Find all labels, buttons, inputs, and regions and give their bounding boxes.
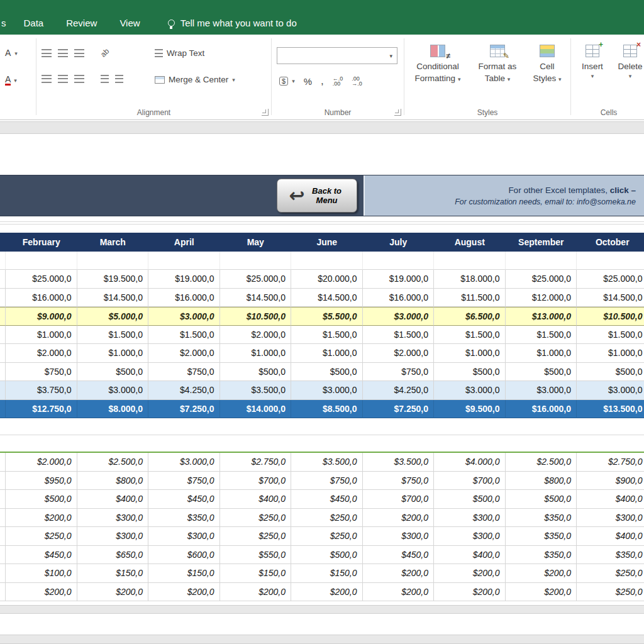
value-cell[interactable]: $5.000,0 [77,307,149,326]
comma-style-button[interactable]: , [321,75,324,87]
grow-font-icon[interactable]: A▾ [5,48,18,58]
value-cell[interactable]: $25.000,0 [506,270,577,289]
value-cell[interactable]: $250,0 [291,527,363,546]
value-cell[interactable]: $3.000,0 [434,381,506,400]
font-color-icon[interactable]: A [5,75,11,86]
value-cell[interactable]: $2.500,0 [77,453,149,472]
clipped-cell[interactable] [0,344,6,363]
value-cell[interactable]: $350,0 [577,546,644,565]
value-cell[interactable]: $16.000,0 [6,289,77,308]
increase-indent-icon[interactable] [115,75,123,83]
value-cell[interactable]: $7.250,0 [148,400,220,419]
value-cell[interactable]: $200,0 [506,583,577,602]
clipped-cell[interactable] [0,564,6,583]
clipped-cell[interactable] [0,252,6,270]
align-right-icon[interactable] [74,75,84,83]
value-cell[interactable]: $500,0 [434,490,506,509]
month-header-cell[interactable]: February [6,233,77,252]
value-cell[interactable]: $300,0 [77,527,149,546]
value-cell[interactable]: $8.500,0 [291,400,363,419]
value-cell[interactable]: $350,0 [506,546,577,565]
value-cell[interactable]: $2.000,0 [363,344,435,363]
value-cell[interactable]: $550,0 [220,546,292,565]
clipped-cell[interactable] [0,400,6,419]
value-cell[interactable]: $4.250,0 [148,381,220,400]
value-cell[interactable]: $200,0 [220,583,292,602]
value-cell[interactable]: $18.000,0 [434,270,506,289]
value-cell[interactable]: $350,0 [506,527,577,546]
month-header-cell[interactable]: May [220,233,292,252]
month-header-cell[interactable]: July [363,233,435,252]
back-to-menu-button[interactable]: ↩ Back to Menu [277,179,357,213]
value-cell[interactable]: $250,0 [291,509,363,528]
dialog-launcher-icon[interactable] [262,109,269,116]
empty-cell[interactable] [291,252,363,270]
empty-cell[interactable] [434,252,506,270]
value-cell[interactable]: $400,0 [77,490,149,509]
value-cell[interactable]: $3.000,0 [363,307,435,326]
accounting-format-button[interactable]: $ ▾ [279,77,295,86]
value-cell[interactable]: $2.000,0 [6,344,77,363]
value-cell[interactable]: $1.000,0 [220,344,292,363]
format-as-table-button[interactable]: ✎ Format as Table ▾ [470,35,525,120]
value-cell[interactable]: $2.000,0 [148,344,220,363]
value-cell[interactable]: $700,0 [220,472,292,491]
value-cell[interactable]: $150,0 [77,564,149,583]
value-cell[interactable]: $3.500,0 [220,381,292,400]
value-cell[interactable]: $3.000,0 [148,453,220,472]
clipped-cell[interactable] [0,363,6,382]
month-header-cell[interactable]: October [577,233,644,252]
value-cell[interactable]: $400,0 [220,490,292,509]
value-cell[interactable]: $3.750,0 [6,381,77,400]
value-cell[interactable]: $450,0 [363,546,435,565]
value-cell[interactable]: $3.000,0 [77,381,149,400]
value-cell[interactable]: $450,0 [148,490,220,509]
value-cell[interactable]: $750,0 [6,363,77,382]
value-cell[interactable]: $800,0 [506,472,577,491]
value-cell[interactable]: $750,0 [148,472,220,491]
empty-cell[interactable] [577,252,644,270]
value-cell[interactable]: $250,0 [577,564,644,583]
value-cell[interactable]: $200,0 [291,583,363,602]
value-cell[interactable]: $1.000,0 [77,344,149,363]
value-cell[interactable]: $700,0 [363,490,435,509]
clipped-cell[interactable] [0,289,6,308]
value-cell[interactable]: $750,0 [363,363,435,382]
value-cell[interactable]: $1.500,0 [434,326,506,345]
insert-button[interactable]: + Insert ▾ [576,35,609,120]
month-header-cell[interactable]: June [291,233,363,252]
tab-review[interactable]: Review [55,18,108,28]
value-cell[interactable]: $19.000,0 [363,270,435,289]
value-cell[interactable]: $14.000,0 [220,400,292,419]
clipped-cell[interactable] [0,472,6,491]
value-cell[interactable]: $3.000,0 [577,381,644,400]
empty-cell[interactable] [506,252,577,270]
value-cell[interactable]: $150,0 [148,564,220,583]
value-cell[interactable]: $1.000,0 [577,344,644,363]
increase-decimal-button[interactable]: ←.0 .00 [333,76,343,86]
month-header-cell[interactable]: March [77,233,149,252]
tab-formulas-partial[interactable]: s [0,18,13,28]
empty-cell[interactable] [6,252,77,270]
value-cell[interactable]: $19.000,0 [148,270,220,289]
value-cell[interactable]: $350,0 [148,509,220,528]
value-cell[interactable]: $100,0 [6,564,77,583]
value-cell[interactable]: $13.000,0 [506,307,577,326]
value-cell[interactable]: $500,0 [291,546,363,565]
value-cell[interactable]: $400,0 [577,490,644,509]
value-cell[interactable]: $14.500,0 [220,289,292,308]
value-cell[interactable]: $3.000,0 [291,381,363,400]
value-cell[interactable]: $500,0 [77,363,149,382]
merge-center-button[interactable]: Merge & Center ▾ [155,75,235,84]
value-cell[interactable]: $11.500,0 [434,289,506,308]
value-cell[interactable]: $500,0 [506,363,577,382]
align-top-icon[interactable] [42,49,52,57]
align-center-icon[interactable] [58,75,68,83]
month-header-cell[interactable]: September [506,233,577,252]
month-header-cell[interactable]: April [148,233,220,252]
value-cell[interactable]: $2.000,0 [220,326,292,345]
value-cell[interactable]: $200,0 [506,564,577,583]
value-cell[interactable]: $200,0 [363,509,435,528]
value-cell[interactable]: $4.250,0 [363,381,435,400]
value-cell[interactable]: $650,0 [77,546,149,565]
